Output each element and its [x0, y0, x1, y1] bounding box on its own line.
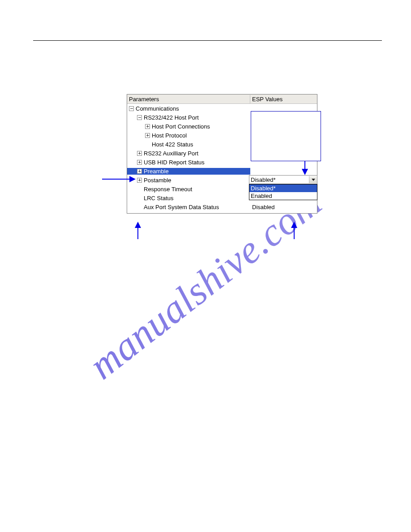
arrow-up-icon — [135, 222, 141, 228]
node-label: Host 422 Status — [152, 141, 193, 148]
value-aux-port-data: Disabled — [250, 204, 317, 210]
dropdown-option-disabled[interactable]: Disabled* — [249, 184, 317, 192]
page-divider — [33, 40, 382, 41]
node-label: Communications — [136, 105, 179, 112]
dropdown-selected[interactable]: Disabled* — [249, 175, 317, 184]
node-label: Response Timeout — [144, 186, 192, 193]
node-label: Host Protocol — [152, 132, 187, 139]
node-label: RS232 Auxilliary Port — [144, 150, 198, 157]
dropdown-selected-label: Disabled* — [251, 176, 276, 183]
expander-icon[interactable] — [137, 169, 142, 174]
column-header-parameters[interactable]: Parameters — [127, 95, 250, 103]
node-label: Postamble — [144, 177, 171, 184]
parameters-header-row: Parameters ESP Values — [127, 94, 317, 104]
expander-icon[interactable] — [129, 106, 134, 111]
annotation-arrow-bottom-right — [294, 223, 295, 239]
dropdown-list: Disabled* Enabled — [249, 184, 317, 200]
arrow-right-icon — [129, 176, 136, 182]
dropdown-button[interactable] — [309, 176, 317, 183]
dropdown-option-enabled[interactable]: Enabled — [249, 192, 317, 200]
expander-icon[interactable] — [137, 151, 142, 156]
node-label: USB HID Report Status — [144, 159, 205, 166]
tree-node-preamble[interactable]: Preamble — [127, 167, 317, 176]
annotation-arrow-to-dropdown — [304, 160, 305, 174]
expander-icon[interactable] — [137, 178, 142, 183]
node-label: Aux Port System Data Status — [144, 204, 219, 210]
annotation-arrow-left — [102, 179, 135, 180]
expander-icon[interactable] — [145, 133, 150, 138]
expander-icon[interactable] — [145, 124, 150, 129]
preamble-dropdown[interactable]: Disabled* Disabled* Enabled — [249, 175, 317, 200]
node-label: LRC Status — [144, 195, 173, 202]
expander-icon[interactable] — [137, 115, 142, 120]
node-label: Preamble — [144, 168, 169, 175]
arrow-up-icon — [291, 222, 297, 228]
arrow-down-icon — [302, 169, 308, 175]
chevron-down-icon — [312, 179, 315, 181]
expander-icon[interactable] — [137, 160, 142, 165]
annotation-arrow-bottom-left — [137, 223, 138, 239]
tree-node-aux-port-system-data-status[interactable]: Aux Port System Data Status Disabled — [127, 202, 317, 211]
callout-box — [251, 111, 321, 161]
node-label: Host Port Connections — [152, 123, 210, 130]
column-header-esp-values[interactable]: ESP Values — [250, 95, 317, 103]
node-label: RS232/422 Host Port — [144, 114, 199, 121]
